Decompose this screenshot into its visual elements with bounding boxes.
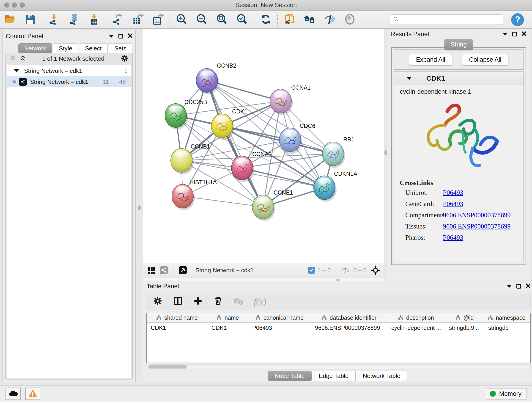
hide-selected-button[interactable] bbox=[320, 12, 340, 28]
network-node-CDK1[interactable] bbox=[211, 114, 234, 140]
tree-column-icon bbox=[455, 315, 461, 320]
network-edge-CCNB2-CCNE1[interactable] bbox=[207, 80, 263, 207]
table-row[interactable]: CDK1CDK1P064939606.ENSP00000378699cyclin… bbox=[147, 323, 530, 333]
network-document-button[interactable] bbox=[279, 12, 299, 28]
import-table-button[interactable] bbox=[84, 12, 104, 28]
float-panel-icon[interactable] bbox=[119, 34, 123, 38]
column-header-name[interactable]: name bbox=[207, 313, 248, 322]
zoom-selected-button[interactable] bbox=[232, 12, 252, 28]
table-horizontal-scrollbar[interactable] bbox=[146, 364, 531, 370]
memory-button[interactable]: Memory bbox=[486, 388, 527, 400]
toolbar-divider bbox=[173, 265, 173, 275]
close-window-button[interactable] bbox=[4, 2, 9, 7]
tab-node-table[interactable]: Node Table bbox=[268, 371, 312, 381]
column-header-database-identifier[interactable]: database identifier bbox=[311, 313, 387, 322]
network-graph[interactable]: CCNB2CCNA1CDC25BCDK1CDC6RB1CCNB1CCNA2CDK… bbox=[143, 29, 384, 263]
collapse-all-icon[interactable] bbox=[9, 55, 16, 62]
table-import-icon bbox=[88, 13, 100, 26]
import-network-from-database-button[interactable] bbox=[64, 12, 84, 28]
warnings-button[interactable] bbox=[25, 388, 40, 400]
crosshair-icon[interactable] bbox=[371, 265, 380, 275]
selected-checkbox-icon[interactable] bbox=[308, 267, 315, 274]
expand-all-button[interactable]: Expand All bbox=[409, 54, 452, 65]
crosslink-link[interactable]: P06493 bbox=[443, 189, 463, 196]
tab-style[interactable]: Style bbox=[53, 43, 78, 53]
zoom-window-button[interactable] bbox=[20, 2, 25, 7]
zoom-fit-button[interactable] bbox=[212, 12, 232, 28]
help-button[interactable]: ? bbox=[511, 13, 524, 26]
export-table-button[interactable] bbox=[128, 12, 148, 28]
column-header-shared-name[interactable]: shared name bbox=[147, 313, 207, 322]
cloud-button[interactable] bbox=[6, 388, 21, 400]
right-splitter-handle[interactable] bbox=[385, 150, 387, 155]
network-node-HIST1H1A[interactable] bbox=[172, 184, 195, 210]
show-all-button[interactable] bbox=[340, 12, 360, 28]
section-expander-icon[interactable] bbox=[407, 77, 412, 80]
float-panel-icon[interactable] bbox=[512, 32, 517, 36]
gene-section-header[interactable]: CDK1 bbox=[394, 72, 524, 85]
crosslink-label: Compartments: bbox=[400, 211, 443, 219]
tab-network[interactable]: Network bbox=[18, 43, 52, 53]
export-image-button[interactable] bbox=[148, 12, 168, 28]
delete-column-trash-icon[interactable] bbox=[213, 296, 223, 307]
network-view-icon[interactable] bbox=[159, 266, 168, 274]
import-network-button[interactable] bbox=[44, 12, 64, 28]
network-row[interactable]: String Network – cdk1 1148 bbox=[7, 76, 131, 87]
tree-expander-icon[interactable] bbox=[14, 69, 19, 72]
column-header-description[interactable]: description bbox=[387, 313, 445, 322]
save-session-button[interactable] bbox=[20, 12, 40, 28]
tab-select[interactable]: Select bbox=[79, 43, 108, 53]
network-node-CCNE1[interactable] bbox=[252, 195, 275, 221]
tab-string[interactable]: String bbox=[444, 39, 473, 50]
search-input[interactable] bbox=[399, 17, 497, 23]
float-panel-icon[interactable] bbox=[516, 284, 521, 288]
collapse-all-button[interactable]: Collapse All bbox=[462, 54, 508, 65]
zoom-in-button[interactable] bbox=[172, 12, 192, 28]
network-node-CDKN1A[interactable] bbox=[314, 176, 336, 202]
network-node-CCNB2[interactable] bbox=[196, 69, 219, 95]
minimize-window-button[interactable] bbox=[12, 2, 17, 7]
tab-edge-table[interactable]: Edge Table bbox=[312, 371, 356, 381]
column-header-@id[interactable]: @id bbox=[445, 313, 484, 322]
tree-column-icon bbox=[156, 315, 162, 320]
panel-menu-icon[interactable] bbox=[109, 35, 114, 38]
crosslink-link[interactable]: 9606.ENSP00000378699 bbox=[443, 211, 511, 219]
network-icon bbox=[19, 78, 27, 86]
node-table-body: CDK1CDK1P064939606.ENSP00000378699cyclin… bbox=[147, 323, 530, 333]
network-canvas[interactable]: CCNB2CCNA1CDC25BCDK1CDC6RB1CCNB1CCNA2CDK… bbox=[143, 29, 384, 263]
tab-sets[interactable]: Sets bbox=[108, 43, 133, 53]
grid-view-icon[interactable] bbox=[147, 266, 156, 274]
crosslink-link[interactable]: P06493 bbox=[443, 234, 463, 241]
crosslink-label: Pharos: bbox=[400, 234, 443, 241]
gear-icon[interactable] bbox=[120, 54, 129, 63]
birdseye-view-icon[interactable] bbox=[178, 266, 187, 274]
network-export-icon bbox=[112, 13, 124, 26]
close-panel-icon[interactable] bbox=[526, 283, 531, 289]
table-settings-gear-icon[interactable] bbox=[153, 296, 162, 307]
network-node-CDC25B[interactable] bbox=[165, 104, 188, 129]
tree-column-icon bbox=[216, 315, 222, 320]
panel-menu-icon[interactable] bbox=[507, 285, 512, 288]
crosslink-link[interactable]: P06493 bbox=[443, 200, 463, 208]
show-columns-icon[interactable] bbox=[173, 296, 183, 307]
column-header-canonical-name[interactable]: canonical name bbox=[248, 313, 311, 322]
column-header-namespace[interactable]: namespace bbox=[484, 313, 529, 322]
network-collection-row[interactable]: String Network – cdk1 1 bbox=[7, 65, 131, 76]
left-splitter-handle[interactable] bbox=[138, 205, 141, 210]
tab-network-table[interactable]: Network Table bbox=[355, 371, 407, 381]
export-network-button[interactable] bbox=[108, 12, 128, 28]
network-node-RB1[interactable] bbox=[322, 142, 345, 168]
ndex-home-button[interactable] bbox=[299, 12, 320, 28]
add-column-icon[interactable] bbox=[193, 296, 203, 307]
expand-all-icon[interactable] bbox=[19, 55, 26, 62]
network-node-CCNA2[interactable] bbox=[231, 156, 254, 182]
apply-layout-button[interactable] bbox=[256, 12, 276, 28]
open-session-button[interactable] bbox=[0, 12, 20, 28]
crosslink-link[interactable]: 9606.ENSP00000378699 bbox=[443, 223, 511, 230]
close-panel-icon[interactable] bbox=[521, 31, 526, 37]
network-node-CCNA1[interactable] bbox=[270, 89, 293, 115]
zoom-out-button[interactable] bbox=[192, 12, 212, 28]
panel-menu-icon[interactable] bbox=[503, 33, 508, 36]
close-panel-icon[interactable] bbox=[128, 33, 133, 39]
scrollbar-thumb[interactable] bbox=[148, 365, 187, 369]
